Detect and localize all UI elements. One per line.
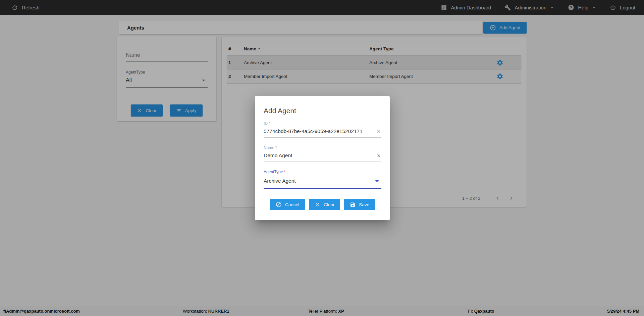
dialog-title: Add Agent bbox=[264, 107, 381, 115]
id-input[interactable]: 5774cbdb-87be-4a5c-9059-a22e15202171 bbox=[264, 128, 376, 134]
add-agent-dialog: Add Agent ID* 5774cbdb-87be-4a5c-9059-a2… bbox=[255, 96, 390, 220]
agent-type-value: Archive Agent bbox=[264, 178, 373, 184]
id-field: ID* 5774cbdb-87be-4a5c-9059-a22e15202171 bbox=[264, 121, 381, 138]
cancel-button[interactable]: Cancel bbox=[270, 199, 305, 210]
agent-type-field: AgentType* Archive Agent bbox=[264, 170, 381, 189]
save-icon bbox=[350, 202, 356, 208]
cancel-label: Cancel bbox=[285, 202, 299, 207]
agent-type-field-label: AgentType* bbox=[264, 170, 381, 174]
clear-label: Clear bbox=[324, 202, 334, 207]
save-label: Save bbox=[359, 202, 369, 207]
name-input[interactable]: Demo Agent bbox=[264, 152, 376, 159]
dialog-buttons: Cancel Clear Save bbox=[264, 199, 381, 210]
clear-field-icon[interactable] bbox=[376, 129, 381, 134]
clear-button[interactable]: Clear bbox=[309, 199, 340, 210]
name-field-label: Name* bbox=[264, 145, 381, 150]
id-field-label: ID* bbox=[264, 121, 381, 126]
required-marker: * bbox=[269, 121, 270, 126]
agent-type-select[interactable]: Archive Agent bbox=[264, 174, 381, 189]
required-marker: * bbox=[275, 145, 277, 150]
clear-field-icon[interactable] bbox=[376, 153, 381, 158]
block-icon bbox=[276, 201, 282, 208]
dropdown-arrow-icon bbox=[373, 177, 381, 185]
save-button[interactable]: Save bbox=[344, 199, 375, 210]
close-icon bbox=[315, 202, 320, 208]
name-field: Name* Demo Agent bbox=[264, 145, 381, 162]
required-marker: * bbox=[284, 170, 285, 174]
